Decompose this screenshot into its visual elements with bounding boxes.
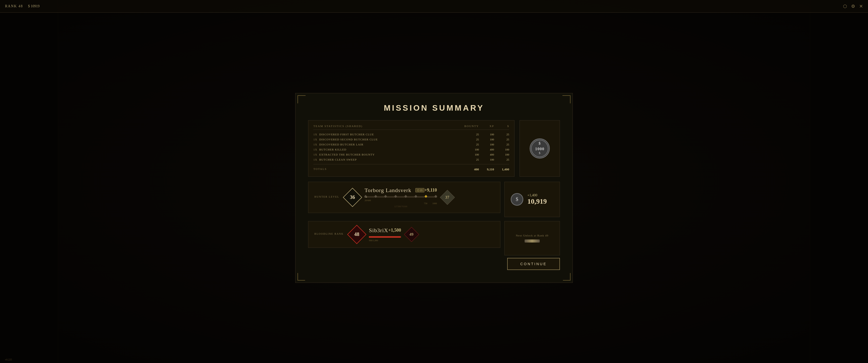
corner-decoration-br bbox=[563, 273, 570, 280]
dot-1 bbox=[364, 195, 367, 198]
bloodline-info: Sib3riX +1,500 990/1,000 bbox=[369, 227, 401, 242]
rank-display: RANK 48 bbox=[5, 4, 23, 8]
hunter-name-row: Torborg Landsverk ⬡ 21 +9,110 bbox=[365, 187, 437, 194]
money-section: $ +1,400 10,919 bbox=[504, 182, 560, 217]
stats-row-multiplier: 1x bbox=[313, 143, 317, 146]
dot-4 bbox=[394, 195, 397, 198]
hunter-progress-labels: 20/600 bbox=[365, 199, 437, 202]
close-icon[interactable]: ✕ bbox=[859, 3, 863, 9]
hunter-current-level: 36 bbox=[350, 194, 355, 200]
bloodline-level-diamond: 48 bbox=[349, 226, 365, 242]
hunter-name: Torborg Landsverk bbox=[365, 187, 411, 194]
stats-row-xp: 100 bbox=[479, 133, 494, 136]
stats-row-money: 100 bbox=[494, 148, 509, 151]
col-name-header: TEAM STATISTICS (SHARED) bbox=[313, 125, 459, 128]
stats-row-xp: 100 bbox=[479, 138, 494, 141]
totals-money: 1,400 bbox=[494, 167, 509, 171]
hunter-next-level: 37 bbox=[445, 195, 450, 200]
top-bar-icons: ⬡ ⚙ ✕ bbox=[843, 3, 863, 9]
stats-header: TEAM STATISTICS (SHARED) BOUNTY XP $ bbox=[313, 125, 509, 130]
money-info: +1,400 10,919 bbox=[527, 193, 547, 205]
reward-coin: $ 1000 $ bbox=[530, 138, 550, 159]
stats-table: TEAM STATISTICS (SHARED) BOUNTY XP $ 1x … bbox=[308, 120, 515, 177]
bloodline-current-rank: 48 bbox=[354, 231, 359, 237]
bloodline-next-rank: 49 bbox=[409, 232, 413, 237]
col-xp-header: XP bbox=[479, 125, 494, 128]
leaderboard-icon[interactable]: ⬡ bbox=[843, 3, 847, 9]
bloodline-label: BLOODLINE RANK bbox=[314, 232, 344, 235]
dot-7 bbox=[425, 195, 427, 198]
stats-row-multiplier: 1x bbox=[313, 138, 317, 141]
bloodline-section: BLOODLINE RANK 48 Sib3riX +1,500 bbox=[308, 221, 500, 248]
stats-row-money: 25 bbox=[494, 158, 509, 161]
stats-row: 1x DISCOVERED BUTCHER LAIR 25 100 25 bbox=[313, 142, 509, 147]
stats-row-name: 1x DISCOVERED FIRST BUTCHER CLUE bbox=[313, 133, 459, 136]
stats-row-multiplier: 1x bbox=[313, 148, 317, 151]
stats-row-xp: 400 bbox=[479, 148, 494, 151]
reward-box: $ 1000 $ bbox=[520, 120, 560, 177]
stats-rows-container: 1x DISCOVERED FIRST BUTCHER CLUE 25 100 … bbox=[313, 132, 509, 162]
stats-row-money: 25 bbox=[494, 138, 509, 141]
stats-row: 1x DISCOVERED FIRST BUTCHER CLUE 25 100 … bbox=[313, 132, 509, 137]
stats-row-money: 100 bbox=[494, 153, 509, 156]
bloodline-progress-fraction: 990/1,000 bbox=[369, 239, 378, 242]
stats-row: 1x BUTCHER KILLED 100 400 100 bbox=[313, 147, 509, 152]
stats-row-xp: 100 bbox=[479, 158, 494, 161]
col-bounty-header: BOUNTY bbox=[459, 125, 479, 128]
bloodline-progress-track bbox=[369, 236, 401, 238]
stats-row-money: 25 bbox=[494, 133, 509, 136]
money-display: $ 10919 bbox=[28, 4, 40, 8]
stats-row-bounty: 25 bbox=[459, 143, 479, 146]
money-gained: +1,400 bbox=[527, 193, 547, 197]
stats-row: 1x EXTRACTED THE BUTCHER BOUNTY 100 400 … bbox=[313, 152, 509, 157]
hunter-section: HUNTER LEVEL 36 Torborg Landsverk ⬡ 21 +… bbox=[308, 182, 500, 213]
stats-row: 1x BUTCHER CLEAN SWEEP 25 100 25 bbox=[313, 157, 509, 162]
stats-row-name: 1x DISCOVERED BUTCHER LAIR bbox=[313, 143, 459, 146]
top-section: TEAM STATISTICS (SHARED) BOUNTY XP $ 1x … bbox=[308, 120, 560, 177]
hunter-progress-track bbox=[365, 196, 437, 198]
corner-decoration-bl bbox=[298, 273, 305, 280]
stats-row-bounty: 25 bbox=[459, 138, 479, 141]
dot-8 bbox=[434, 195, 437, 198]
totals-xp: 9,110 bbox=[479, 167, 494, 171]
stats-row-name: 1x BUTCHER CLEAN SWEEP bbox=[313, 158, 459, 161]
bloodline-progress-fill bbox=[369, 236, 401, 238]
stats-row-multiplier: 1x bbox=[313, 133, 317, 136]
continue-button[interactable]: CONTINUE bbox=[507, 258, 560, 270]
hunter-progress-current-max: 20/600 bbox=[365, 199, 371, 202]
stats-row-xp: 100 bbox=[479, 143, 494, 146]
stats-row-bounty: 25 bbox=[459, 133, 479, 136]
marker-1000: 1000 bbox=[433, 202, 437, 205]
stats-row-bounty: 25 bbox=[459, 158, 479, 161]
hunter-star-badge: ⬡ 21 bbox=[415, 188, 425, 192]
marker-750: 750 bbox=[424, 202, 428, 205]
continue-btn-row: CONTINUE bbox=[308, 258, 560, 270]
stats-row-xp: 400 bbox=[479, 153, 494, 156]
dot-3 bbox=[384, 195, 387, 198]
dot-5 bbox=[404, 195, 407, 198]
totals-bounty: 400 bbox=[459, 167, 479, 171]
xp-range: 127280/76300 bbox=[394, 205, 407, 208]
stats-row-money: 25 bbox=[494, 143, 509, 146]
bloodline-name: Sib3riX bbox=[369, 227, 388, 234]
svg-text:$: $ bbox=[539, 141, 540, 145]
stats-row-multiplier: 1x bbox=[313, 158, 317, 161]
mission-summary-modal: MISSION SUMMARY TEAM STATISTICS (SHARED)… bbox=[295, 93, 573, 283]
col-money-header: $ bbox=[494, 125, 509, 128]
settings-icon[interactable]: ⚙ bbox=[851, 3, 855, 9]
hunter-progress-area: 20/600 750 1000 127280/76300 bbox=[365, 196, 437, 208]
stats-row-name: 1x DISCOVERED SECOND BUTCHER CLUE bbox=[313, 138, 459, 141]
next-unlock-box: Next Unlock at Rank 49 bbox=[504, 221, 560, 255]
middle-row: HUNTER LEVEL 36 Torborg Landsverk ⬡ 21 +… bbox=[308, 182, 560, 217]
hunter-label: HUNTER LEVEL bbox=[314, 195, 339, 198]
bloodline-name-row: Sib3riX +1,500 bbox=[369, 227, 401, 234]
money-total: 10,919 bbox=[527, 197, 547, 205]
svg-text:$: $ bbox=[539, 151, 540, 155]
top-bar: RANK 48 $ 10919 ⬡ ⚙ ✕ bbox=[0, 0, 868, 12]
dot-2 bbox=[374, 195, 377, 198]
totals-label: TOTALS bbox=[313, 167, 459, 171]
hunter-info: Torborg Landsverk ⬡ 21 +9,110 bbox=[365, 187, 437, 208]
version-label: v0.225 bbox=[5, 358, 12, 361]
hunter-progress-dots bbox=[365, 195, 437, 197]
bloodline-progress-area: 990/1,000 bbox=[369, 236, 401, 242]
